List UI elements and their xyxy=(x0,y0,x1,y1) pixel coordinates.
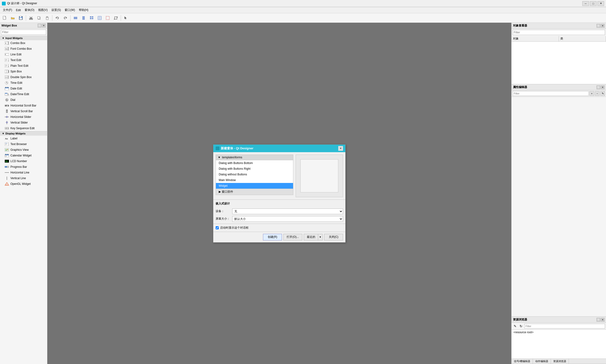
resource-root-item[interactable]: <resource root> xyxy=(514,331,534,334)
menu-file[interactable]: 文件(F) xyxy=(1,8,14,13)
tool-undo[interactable] xyxy=(53,14,61,22)
tool-layout-grid[interactable] xyxy=(96,14,104,22)
widget-item-lineedit[interactable]: Line Edit xyxy=(0,52,47,57)
widget-item-doublespinbox[interactable]: 0.0 Double Spin Box xyxy=(0,74,47,80)
obj-filter-box xyxy=(512,29,606,36)
template-main-window[interactable]: Main Window xyxy=(216,177,293,183)
widget-item-datetimeedit[interactable]: Date/Time Edit xyxy=(0,91,47,97)
tool-open[interactable] xyxy=(9,14,17,22)
device-select[interactable]: 无 xyxy=(232,208,343,214)
prop-configure-button[interactable]: ✎ xyxy=(600,91,605,96)
res-browser-restore[interactable]: ⬜ xyxy=(596,318,600,322)
menu-window[interactable]: 窗口(W) xyxy=(63,8,77,13)
template-dialog-buttons-bottom[interactable]: Dialog with Buttons Bottom xyxy=(216,160,293,166)
widget-item-dateedit[interactable]: Date Edit xyxy=(0,86,47,91)
category-display-widgets[interactable]: ▼ Display Widgets xyxy=(0,131,47,136)
panel-controls: ⬜ ✕ xyxy=(38,24,46,27)
close-button[interactable]: ✕ xyxy=(597,1,604,6)
tool-layout-v[interactable] xyxy=(80,14,87,22)
graphicsview-icon xyxy=(5,148,9,152)
widget-item-calendar[interactable]: 17 Calendar Widget xyxy=(0,153,47,158)
res-edit-button[interactable]: ✎ xyxy=(513,324,518,329)
template-dialog-buttons-right[interactable]: Dialog with Buttons Right xyxy=(216,166,293,172)
dialog-close-button[interactable]: ✕ xyxy=(338,146,343,151)
close-dialog-button[interactable]: 关闭(C) xyxy=(324,234,343,240)
widget-item-label[interactable]: Aa Label xyxy=(0,136,47,141)
template-widget[interactable]: Widget xyxy=(216,183,293,189)
widget-item-hslider[interactable]: Horizontal Slider xyxy=(0,114,47,120)
show-startup-checkbox[interactable] xyxy=(216,226,219,229)
widget-label-lineedit: Line Edit xyxy=(10,53,22,56)
widget-item-vscrollbar[interactable]: ▲▼ Vertical Scroll Bar xyxy=(0,108,47,114)
obj-inspector-close[interactable]: ✕ xyxy=(601,24,605,28)
prop-add-button[interactable]: + xyxy=(589,91,594,96)
minimize-button[interactable]: ─ xyxy=(582,1,589,6)
tab-signal-slot[interactable]: 信号/槽编辑器 xyxy=(512,359,533,364)
design-canvas[interactable]: 新建窗体 - Qt Designer ✕ ▼ templates\forms D… xyxy=(47,23,511,364)
prop-editor-restore[interactable]: ⬜ xyxy=(596,85,600,89)
prop-filter-input[interactable] xyxy=(513,91,589,96)
category-input-widgets[interactable]: ▼ Input Widgets xyxy=(0,36,47,40)
textbrowser-icon xyxy=(5,142,9,146)
widget-item-hscrollbar[interactable]: ◀▶ Horizontal Scroll Bar xyxy=(0,103,47,108)
widget-item-opengl[interactable]: GL OpenGL Widget xyxy=(0,181,47,187)
screen-select[interactable]: 默认大小 xyxy=(232,216,343,222)
resource-browser-titlebar: 资源浏览器 ⬜ ✕ xyxy=(512,317,606,323)
tool-paste[interactable] xyxy=(43,14,51,22)
templates-sub-header[interactable]: ▶ 窗口部件 xyxy=(216,189,293,195)
widget-item-combobox[interactable]: ▼ Combo Box xyxy=(0,40,47,46)
widget-item-graphicsview[interactable]: Graphics View xyxy=(0,147,47,153)
res-reload-button[interactable]: ↻ xyxy=(518,324,524,329)
tool-cut[interactable] xyxy=(27,14,35,22)
tool-break-layout[interactable] xyxy=(104,14,111,22)
tool-layout-h[interactable] xyxy=(72,14,79,22)
svg-rect-13 xyxy=(75,17,76,19)
obj-filter-input[interactable] xyxy=(513,30,605,35)
widget-item-spinbox[interactable]: ▲▼ Spin Box xyxy=(0,69,47,74)
svg-rect-29 xyxy=(8,42,9,44)
widget-item-dial[interactable]: Dial xyxy=(0,97,47,103)
widget-item-textbrowser[interactable]: Text Browser xyxy=(0,141,47,147)
menu-view[interactable]: 视图(V) xyxy=(36,8,50,13)
prop-editor-close[interactable]: ✕ xyxy=(601,85,605,89)
widget-item-fontcombobox[interactable]: Aa Font Combo Box xyxy=(0,46,47,52)
res-browser-close[interactable]: ✕ xyxy=(601,318,605,322)
widget-item-textedit[interactable]: ≡ Text Edit xyxy=(0,57,47,63)
tool-layout-form[interactable] xyxy=(88,14,95,22)
menu-settings[interactable]: 设置(S) xyxy=(50,8,63,13)
widget-item-keyseq[interactable]: KS Key Sequence Edit xyxy=(0,125,47,131)
create-button[interactable]: 创建(R) xyxy=(263,234,282,240)
tool-save[interactable] xyxy=(17,14,25,22)
widget-item-vslider[interactable]: Vertical Slider xyxy=(0,120,47,125)
recent-dropdown-arrow[interactable]: ▼ xyxy=(318,234,323,240)
tool-pointer[interactable] xyxy=(122,14,130,22)
widget-box-restore[interactable]: ⬜ xyxy=(38,24,41,27)
tool-adjust-size[interactable] xyxy=(112,14,119,22)
tab-resource-browser[interactable]: 资源浏览器 xyxy=(551,359,569,364)
widget-item-vline[interactable]: Vertical Line xyxy=(0,175,47,181)
widget-item-hline[interactable]: Horizontal Line xyxy=(0,170,47,175)
prop-remove-button[interactable]: − xyxy=(595,91,600,96)
open-button[interactable]: 打开(O)... xyxy=(283,234,302,240)
widget-item-plaintextedit[interactable]: A Plain Text Edit xyxy=(0,63,47,69)
tool-copy[interactable] xyxy=(35,14,43,22)
fontcombo-icon: Aa xyxy=(5,47,9,51)
widget-box-close[interactable]: ✕ xyxy=(42,24,46,27)
menu-help[interactable]: 帮助(H) xyxy=(77,8,91,13)
res-filter-input[interactable] xyxy=(524,324,605,328)
widget-item-timeedit[interactable]: Time Edit xyxy=(0,80,47,86)
tab-action-editor[interactable]: 动作编辑器 xyxy=(533,359,551,364)
obj-inspector-restore[interactable]: ⬜ xyxy=(596,24,600,28)
menu-edit[interactable]: Edit xyxy=(14,8,23,12)
widget-item-lcdnumber[interactable]: 88 LCD Number xyxy=(0,158,47,164)
tool-new[interactable] xyxy=(1,14,9,22)
show-startup-label[interactable]: 启动时显示这个对话框 xyxy=(220,226,249,230)
textedit-icon: ≡ xyxy=(5,58,9,62)
maximize-button[interactable]: □ xyxy=(590,1,596,6)
template-dialog-no-buttons[interactable]: Dialog without Buttons xyxy=(216,172,293,177)
widget-item-progressbar[interactable]: Progress Bar xyxy=(0,164,47,170)
widget-box-filter-input[interactable] xyxy=(1,30,46,35)
recent-button[interactable]: 最近的 xyxy=(304,234,318,240)
menu-form[interactable]: 窗体(O) xyxy=(23,8,36,13)
tool-redo[interactable] xyxy=(62,14,69,22)
